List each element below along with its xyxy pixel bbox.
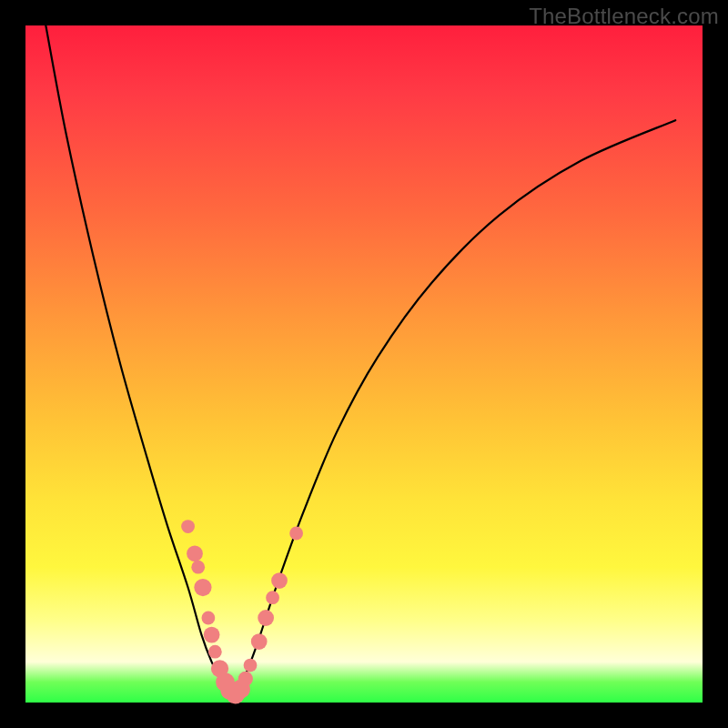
marker-group xyxy=(181,520,303,703)
data-marker xyxy=(258,610,274,626)
data-marker xyxy=(238,672,253,686)
data-marker xyxy=(266,591,279,604)
data-marker xyxy=(244,659,258,672)
data-marker xyxy=(201,612,215,625)
data-marker xyxy=(289,527,303,541)
chart-frame: TheBottleneck.com xyxy=(0,0,728,728)
plot-area xyxy=(25,25,703,703)
data-marker xyxy=(271,572,288,589)
data-marker xyxy=(187,545,203,561)
bottleneck-curve xyxy=(46,25,675,696)
data-marker xyxy=(251,633,268,650)
data-marker xyxy=(181,520,195,533)
data-marker xyxy=(194,579,211,596)
data-marker xyxy=(208,645,222,659)
data-marker xyxy=(204,627,220,643)
data-marker xyxy=(191,561,205,574)
curve-layer xyxy=(25,25,703,703)
